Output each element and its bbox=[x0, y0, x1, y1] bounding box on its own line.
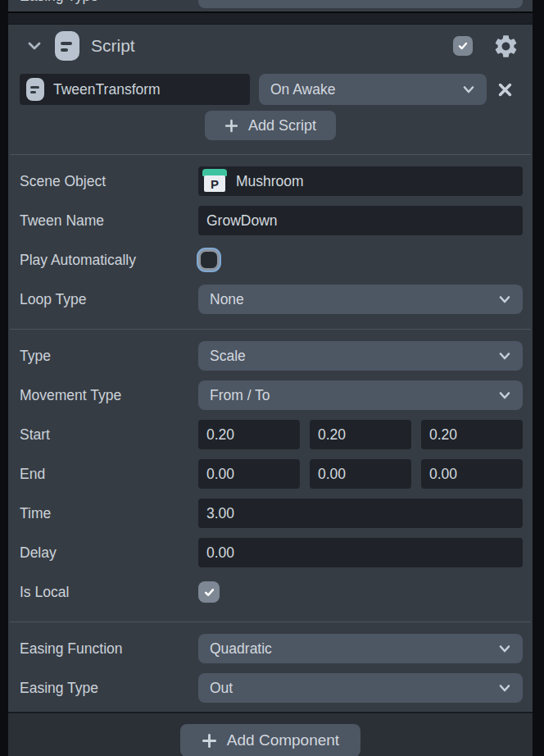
chevron-down-icon bbox=[498, 391, 511, 400]
end-x-input[interactable] bbox=[198, 459, 300, 489]
plus-icon bbox=[202, 733, 217, 749]
delay-row: Delay bbox=[8, 533, 533, 572]
prefab-box-icon: P bbox=[202, 169, 227, 194]
type-row: Type Scale bbox=[8, 336, 533, 376]
clipped-row-label: Easing Type bbox=[20, 0, 98, 4]
previous-component-clipped: Easing Type bbox=[8, 0, 533, 11]
chevron-down-icon bbox=[462, 85, 475, 94]
add-component-button[interactable]: Add Component bbox=[180, 724, 360, 756]
field-label: Movement Type bbox=[20, 387, 198, 404]
separator bbox=[10, 154, 531, 155]
separator bbox=[10, 329, 531, 330]
scene-object-field[interactable]: P Mushroom bbox=[198, 166, 523, 196]
field-label: Scene Object bbox=[20, 173, 198, 190]
movement-type-dropdown[interactable]: From / To bbox=[198, 380, 523, 410]
field-label: Delay bbox=[20, 544, 198, 562]
field-label: Loop Type bbox=[20, 291, 198, 308]
inspector-column: Easing Type Script bbox=[8, 0, 533, 756]
easing-type-value: Out bbox=[210, 680, 233, 697]
field-label: Start bbox=[20, 426, 198, 444]
time-input[interactable] bbox=[198, 499, 523, 528]
separator bbox=[10, 622, 531, 622]
play-automatically-row: Play Automatically bbox=[8, 240, 533, 280]
start-x-input[interactable] bbox=[198, 420, 300, 449]
script-icon bbox=[55, 31, 79, 61]
field-label: End bbox=[20, 466, 198, 483]
field-label: Tween Name bbox=[20, 212, 198, 230]
event-trigger-value: On Awake bbox=[270, 81, 335, 98]
is-local-row: Is Local bbox=[8, 572, 533, 612]
easing-function-dropdown[interactable]: Quadratic bbox=[198, 634, 523, 663]
easing-function-value: Quadratic bbox=[210, 640, 272, 658]
script-header[interactable]: Script bbox=[8, 25, 533, 67]
script-instance-row: TweenTransform On Awake bbox=[8, 67, 533, 107]
tween-name-input[interactable] bbox=[198, 206, 523, 235]
gear-icon[interactable] bbox=[492, 33, 519, 60]
end-row: End bbox=[8, 454, 533, 494]
component-title: Script bbox=[91, 36, 135, 56]
remove-script-button[interactable] bbox=[487, 74, 523, 105]
chevron-down-icon bbox=[498, 684, 511, 693]
inspector-panel: Easing Type Script bbox=[0, 0, 544, 756]
play-automatically-checkbox[interactable] bbox=[198, 249, 220, 271]
script-asset-name: TweenTransform bbox=[53, 81, 161, 98]
script-component-panel: Script TweenTransform On Awake bbox=[8, 25, 533, 712]
add-script-button[interactable]: Add Script bbox=[205, 111, 336, 140]
type-value: Scale bbox=[210, 348, 246, 365]
start-z-input[interactable] bbox=[421, 420, 523, 449]
collapse-chevron-icon[interactable] bbox=[26, 40, 43, 52]
loop-type-row: Loop Type None bbox=[8, 280, 533, 319]
add-script-label: Add Script bbox=[248, 117, 316, 134]
easing-type-row: Easing Type Out bbox=[8, 668, 533, 708]
field-label: Type bbox=[20, 348, 198, 365]
event-trigger-dropdown[interactable]: On Awake bbox=[259, 74, 487, 105]
add-component-label: Add Component bbox=[227, 731, 339, 749]
plus-icon bbox=[224, 119, 238, 133]
end-z-input[interactable] bbox=[421, 459, 523, 489]
loop-type-value: None bbox=[210, 291, 244, 308]
script-asset-chip[interactable]: TweenTransform bbox=[20, 74, 250, 105]
field-label: Play Automatically bbox=[20, 252, 198, 269]
component-enabled-checkbox[interactable] bbox=[453, 36, 473, 56]
field-label: Easing Function bbox=[20, 640, 198, 658]
add-script-row: Add Script bbox=[8, 107, 533, 144]
time-row: Time bbox=[8, 494, 533, 533]
end-y-input[interactable] bbox=[310, 459, 411, 489]
movement-type-value: From / To bbox=[210, 387, 270, 404]
is-local-checkbox[interactable] bbox=[198, 581, 220, 603]
chevron-down-icon bbox=[498, 352, 511, 361]
field-label: Time bbox=[20, 505, 198, 522]
loop-type-dropdown[interactable]: None bbox=[198, 285, 523, 314]
field-label: Easing Type bbox=[20, 680, 198, 697]
tween-name-row: Tween Name bbox=[8, 201, 533, 240]
chevron-down-icon bbox=[498, 644, 511, 654]
scene-object-row: Scene Object P Mushroom bbox=[8, 162, 533, 201]
delay-input[interactable] bbox=[198, 538, 523, 567]
easing-type-dropdown[interactable]: Out bbox=[198, 673, 523, 703]
movement-type-row: Movement Type From / To bbox=[8, 376, 533, 415]
easing-function-row: Easing Function Quadratic bbox=[8, 629, 533, 668]
chevron-down-icon bbox=[498, 295, 511, 304]
inspector-footer: Add Component bbox=[8, 712, 533, 756]
start-row: Start bbox=[8, 415, 533, 454]
panel-divider bbox=[8, 11, 533, 25]
type-dropdown[interactable]: Scale bbox=[198, 341, 523, 371]
clipped-dropdown[interactable] bbox=[198, 0, 523, 8]
start-y-input[interactable] bbox=[310, 420, 411, 449]
scene-object-value: Mushroom bbox=[236, 173, 304, 190]
field-label: Is Local bbox=[20, 584, 198, 601]
script-icon bbox=[26, 78, 44, 101]
